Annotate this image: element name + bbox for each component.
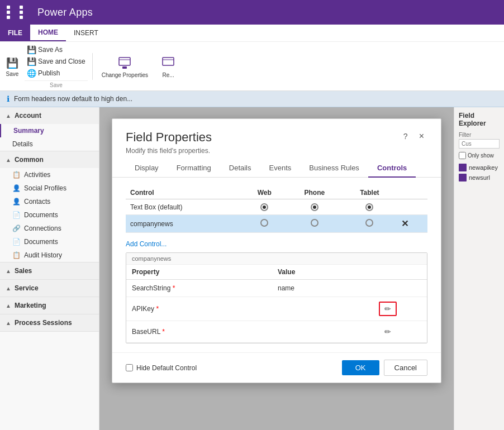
contacts-label: Contacts	[24, 198, 50, 206]
sidebar-item-activities[interactable]: 📋 Activities	[0, 168, 99, 181]
control-name-textbox: Text Box (default)	[126, 199, 243, 215]
change-properties-button[interactable]: Change Properties	[97, 52, 153, 80]
activities-icon: 📋	[12, 171, 21, 179]
publish-label: Publish	[38, 69, 60, 77]
props-section-title: companynews	[126, 253, 427, 265]
radio-companynews-tablet[interactable]	[343, 215, 396, 233]
sidebar-item-documents-1[interactable]: 📄 Documents	[0, 208, 99, 222]
svg-rect-2	[122, 66, 127, 69]
sidebar-item-audit-history[interactable]: 📋 Audit History	[0, 249, 99, 262]
dialog-title-group: Field Properties Modify this field's pro…	[126, 130, 212, 155]
dialog-tabs: Display Formatting Details Events Busine…	[112, 159, 441, 178]
process-sessions-label: Process Sessions	[15, 319, 72, 327]
tab-business-rules[interactable]: Business Rules	[300, 159, 368, 178]
main-area: ▲ Account Summary Details ▲ Common 📋 Act…	[0, 107, 504, 430]
tab-file[interactable]: FILE	[0, 25, 30, 41]
sidebar-section-header-marketing[interactable]: ▲ Marketing	[0, 297, 99, 314]
social-profiles-icon: 👤	[12, 184, 21, 192]
sidebar-item-details[interactable]: Details	[0, 137, 99, 151]
sidebar-section-header-service[interactable]: ▲ Service	[0, 280, 99, 297]
right-panel: Field Explorer Filter Only show newapike…	[454, 107, 504, 430]
app-grid-icon[interactable]	[7, 6, 31, 19]
newapikey-label: newapikey	[469, 164, 498, 171]
radio-companynews-tablet-icon[interactable]	[365, 219, 373, 227]
save-label: Save	[6, 71, 19, 77]
connections-icon: 🔗	[12, 224, 21, 232]
save-group-label: Save	[25, 80, 88, 88]
companynews-remove-button[interactable]: ✕	[401, 218, 408, 229]
process-sessions-arrow-icon: ▲	[6, 320, 11, 326]
social-profiles-label: Social Profiles	[24, 184, 66, 192]
marketing-arrow-icon: ▲	[6, 303, 11, 309]
field-item-newsurl[interactable]: newsurl	[459, 173, 500, 183]
newsurl-icon	[459, 174, 467, 181]
remove-button[interactable]: Re...	[155, 52, 182, 80]
only-show-checkbox[interactable]	[459, 152, 466, 159]
table-row[interactable]: companynews	[126, 215, 427, 233]
sidebar-item-summary[interactable]: Summary	[0, 124, 99, 137]
dialog-footer: Hide Default Control OK Cancel	[112, 352, 441, 383]
prop-apikey-value	[272, 297, 349, 321]
filter-input[interactable]	[459, 139, 500, 149]
tab-details[interactable]: Details	[220, 159, 260, 178]
baseurl-edit-button[interactable]: ✏	[380, 326, 396, 338]
prop-baseurl-edit-cell: ✏	[349, 321, 427, 343]
radio-companynews-web[interactable]	[243, 215, 287, 233]
radio-companynews-web-icon[interactable]	[260, 219, 268, 227]
props-col-edit	[349, 265, 427, 280]
searchstring-required-icon: *	[173, 284, 175, 292]
only-show-label: Only show	[468, 152, 494, 159]
sidebar-section-header-sales[interactable]: ▲ Sales	[0, 262, 99, 279]
tab-formatting[interactable]: Formatting	[168, 159, 220, 178]
sidebar-item-documents-2[interactable]: 📄 Documents	[0, 235, 99, 249]
publish-button[interactable]: 🌐 Publish	[25, 68, 88, 79]
sidebar-section-header-common[interactable]: ▲ Common	[0, 151, 99, 168]
cancel-button[interactable]: Cancel	[384, 360, 427, 376]
tab-home[interactable]: HOME	[30, 25, 66, 41]
change-properties-label: Change Properties	[102, 72, 148, 78]
props-col-property: Property	[126, 265, 272, 280]
hide-default-control-checkbox[interactable]	[126, 364, 133, 371]
radio-companynews-phone[interactable]	[287, 215, 343, 233]
prop-searchstring-value: name	[272, 280, 349, 297]
sidebar-item-social-profiles[interactable]: 👤 Social Profiles	[0, 181, 99, 195]
radio-textbox-tablet-icon[interactable]	[365, 203, 373, 211]
tab-controls[interactable]: Controls	[368, 159, 416, 178]
apikey-edit-button[interactable]: ✏	[379, 302, 397, 316]
save-and-close-button[interactable]: 💾 Save and Close	[25, 56, 88, 67]
radio-companynews-phone-icon[interactable]	[311, 219, 318, 227]
save-icon: 💾	[4, 55, 20, 71]
sidebar-section-header-process-sessions[interactable]: ▲ Process Sessions	[0, 314, 99, 331]
companynews-remove-cell: ✕	[397, 215, 427, 233]
ok-button[interactable]: OK	[342, 360, 379, 375]
tab-events[interactable]: Events	[260, 159, 301, 178]
props-table: Property Value SearchString *	[126, 265, 427, 343]
summary-label: Summary	[13, 127, 44, 135]
prop-searchstring-edit	[349, 280, 427, 297]
dialog-close-button[interactable]: ×	[416, 130, 427, 142]
radio-textbox-phone-icon[interactable]	[311, 203, 318, 211]
info-icon: ℹ	[7, 94, 9, 103]
ribbon: FILE HOME INSERT 💾 Save 💾 Save As 💾 Save…	[0, 25, 504, 91]
tab-display[interactable]: Display	[126, 159, 168, 178]
sidebar-section-service: ▲ Service	[0, 280, 99, 297]
radio-textbox-tablet[interactable]	[343, 199, 396, 215]
field-item-newapikey[interactable]: newapikey	[459, 163, 500, 173]
hide-default-control-label: Hide Default Control	[136, 364, 197, 372]
sidebar-item-contacts[interactable]: 👤 Contacts	[0, 195, 99, 208]
radio-textbox-phone[interactable]	[287, 199, 343, 215]
sidebar-section-process-sessions: ▲ Process Sessions	[0, 314, 99, 332]
tab-insert[interactable]: INSERT	[66, 25, 106, 41]
add-control-link[interactable]: Add Control...	[126, 240, 167, 248]
table-row: Text Box (default)	[126, 199, 427, 215]
col-phone: Phone	[287, 187, 343, 199]
dialog-help-button[interactable]: ?	[400, 131, 411, 142]
newsurl-label: newsurl	[469, 174, 490, 181]
remove-label: Re...	[163, 72, 174, 78]
remove-icon	[159, 54, 177, 72]
radio-textbox-web-icon[interactable]	[260, 203, 268, 211]
radio-textbox-web[interactable]	[243, 199, 287, 215]
save-as-button[interactable]: 💾 Save As	[25, 44, 88, 55]
sidebar-item-connections[interactable]: 🔗 Connections	[0, 222, 99, 235]
sidebar-section-header-account[interactable]: ▲ Account	[0, 107, 99, 124]
